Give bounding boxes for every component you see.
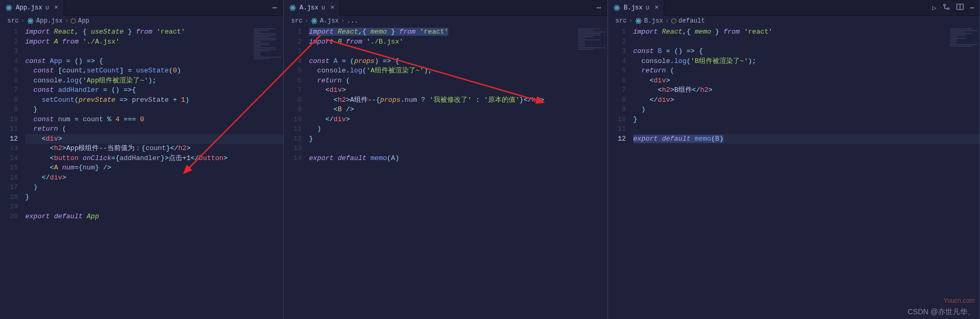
breadcrumb[interactable]: src › B.jsx › ⬡ default [608, 16, 979, 26]
tab-app-jsx[interactable]: App.jsx U × [0, 0, 64, 16]
svg-point-16 [616, 7, 617, 8]
chevron-right-icon: › [665, 17, 669, 25]
breadcrumb-item[interactable]: src [7, 17, 19, 25]
more-actions-icon[interactable]: ⋯ [970, 4, 974, 12]
svg-point-21 [947, 7, 950, 9]
chevron-right-icon: › [629, 17, 633, 25]
tab-modified-status: U [45, 5, 49, 11]
editor-toolbar: ▷ ⋯ [927, 3, 979, 13]
svg-point-8 [292, 7, 293, 8]
breadcrumb[interactable]: src › App.jsx › ⬡ App [0, 16, 283, 26]
tab-filename: App.jsx [16, 4, 42, 12]
react-icon [27, 17, 34, 25]
line-number-gutter: 1234567891011121314 [284, 26, 309, 319]
tab-filename: A.jsx [300, 4, 318, 12]
diff-icon[interactable] [943, 3, 950, 13]
tab-bar: App.jsx U × ⋯ [0, 0, 283, 16]
tab-bar: A.jsx U × ⋯ [284, 0, 607, 16]
breadcrumb-item[interactable]: App [78, 17, 89, 25]
code-content[interactable]: import React, { useState } from 'react'i… [25, 26, 283, 319]
symbol-variable-icon: ⬡ [671, 17, 676, 25]
line-number-gutter: 123456789101112 [608, 26, 633, 319]
breadcrumb-item[interactable]: default [678, 17, 705, 25]
react-icon [5, 4, 13, 12]
watermark-csdn: CSDN @亦世凡华、 [907, 307, 975, 317]
run-icon[interactable]: ▷ [932, 4, 936, 12]
chevron-right-icon: › [305, 17, 308, 25]
code-editor[interactable]: 123456789101112 import React,{ memo } fr… [608, 26, 979, 319]
line-number-gutter: 1234567891011121314151617181920 [0, 26, 25, 319]
code-content[interactable]: import React,{ memo } from 'react'const … [633, 26, 979, 319]
svg-point-0 [8, 7, 9, 8]
tab-bar: B.jsx U × ▷ ⋯ [608, 0, 979, 16]
editor-panes-container: App.jsx U × ⋯ src › App.jsx › ⬡ App 1234… [0, 0, 980, 319]
tab-a-jsx[interactable]: A.jsx U × [284, 0, 340, 16]
code-content[interactable]: import React,{ memo } from 'react'import… [309, 26, 607, 319]
chevron-right-icon: › [65, 17, 68, 25]
close-icon[interactable]: × [655, 4, 659, 12]
split-editor-icon[interactable] [956, 3, 964, 13]
breadcrumb-item[interactable]: ... [347, 17, 358, 25]
minimap[interactable] [576, 26, 607, 89]
minimap[interactable] [252, 26, 283, 89]
breadcrumb[interactable]: src › A.jsx › ... [284, 16, 607, 26]
code-editor[interactable]: 1234567891011121314 import React,{ memo … [284, 26, 607, 319]
svg-point-12 [314, 20, 315, 22]
react-icon [289, 4, 296, 12]
breadcrumb-item[interactable]: src [615, 17, 627, 25]
tab-b-jsx[interactable]: B.jsx U × [608, 0, 664, 16]
minimap[interactable] [948, 26, 979, 89]
pane-menu-dots-icon[interactable]: ⋯ [267, 3, 283, 12]
breadcrumb-item[interactable]: src [291, 17, 303, 25]
react-icon [613, 4, 621, 12]
watermark-yuucn: Yuucn.com [944, 297, 975, 304]
breadcrumb-item[interactable]: App.jsx [36, 17, 63, 25]
chevron-right-icon: › [341, 17, 345, 25]
symbol-variable-icon: ⬡ [70, 17, 76, 25]
pane-menu-dots-icon[interactable]: ⋯ [592, 3, 607, 12]
react-icon [311, 17, 318, 25]
tab-modified-status: U [646, 5, 649, 11]
editor-pane-2: A.jsx U × ⋯ src › A.jsx › ... 1234567891… [284, 0, 608, 319]
breadcrumb-item[interactable]: A.jsx [320, 17, 339, 25]
breadcrumb-item[interactable]: B.jsx [644, 17, 663, 25]
close-icon[interactable]: × [331, 4, 335, 12]
svg-point-4 [30, 20, 31, 22]
tab-filename: B.jsx [624, 4, 643, 12]
svg-point-24 [638, 20, 639, 22]
code-editor[interactable]: 1234567891011121314151617181920 import R… [0, 26, 283, 319]
react-icon [635, 17, 642, 25]
close-icon[interactable]: × [54, 4, 58, 12]
editor-pane-1: App.jsx U × ⋯ src › App.jsx › ⬡ App 1234… [0, 0, 284, 319]
editor-pane-3: B.jsx U × ▷ ⋯ src › B.jsx › ⬡ default 12… [608, 0, 980, 319]
svg-point-20 [944, 4, 946, 6]
tab-modified-status: U [322, 5, 325, 11]
chevron-right-icon: › [21, 17, 25, 25]
